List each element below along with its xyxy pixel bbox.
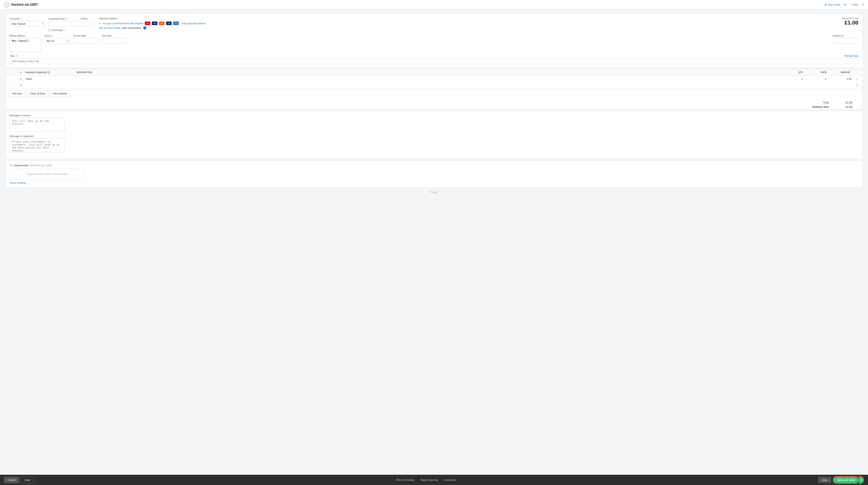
attachments-title: 📎 Attachments Maximum size: 20MB bbox=[10, 164, 858, 167]
rate-cell-1[interactable] bbox=[805, 76, 829, 82]
customer-email-group: Customer email ⓘ Cc/Bcc tapsallmax@gmail… bbox=[48, 17, 92, 32]
add-lines-button[interactable]: Add lines bbox=[9, 91, 25, 96]
drop-zone[interactable]: Drag/Drop files here or click the icon bbox=[10, 168, 85, 180]
make-recurring-button[interactable]: Make recurring bbox=[418, 477, 440, 483]
customise-button[interactable]: Customise bbox=[441, 477, 459, 483]
clear-button[interactable]: Clear bbox=[21, 477, 34, 483]
delete-row-1[interactable]: 🗑 bbox=[852, 76, 862, 82]
rate-input-1[interactable] bbox=[807, 77, 827, 81]
invoice-no-label: Invoice no. bbox=[833, 34, 858, 37]
edit-payment-link[interactable]: Edit payment options bbox=[182, 22, 206, 25]
clear-all-lines-button[interactable]: Clear all lines bbox=[27, 91, 48, 96]
product-cell-1[interactable] bbox=[24, 76, 75, 82]
attachments-section: 📎 Attachments Maximum size: 20MB Drag/Dr… bbox=[5, 161, 863, 188]
show-existing-link[interactable]: Show existing bbox=[10, 181, 26, 184]
terms-select[interactable]: Net 30 Net 15 Net 60 Due on receipt bbox=[44, 38, 70, 44]
customer-email-input[interactable]: tapsallmax@gmail.com bbox=[48, 21, 92, 27]
help-button[interactable]: ? Help bbox=[850, 3, 858, 6]
settings-icon: ⚙ bbox=[844, 3, 846, 6]
invoice-message-textarea[interactable] bbox=[10, 118, 65, 132]
th-drag bbox=[6, 69, 16, 76]
rate-cell-2[interactable] bbox=[805, 82, 829, 88]
description-input-1[interactable] bbox=[77, 77, 779, 81]
top-form-section: Customer ⓘ Max Tapsall ▼ Customer email … bbox=[5, 13, 863, 68]
save-button[interactable]: Save bbox=[818, 477, 831, 483]
invoice-no-input[interactable]: 1007 bbox=[833, 38, 858, 44]
qty-input-1[interactable] bbox=[783, 77, 803, 81]
table-actions: Add lines Clear all lines Add subtotal bbox=[6, 88, 862, 98]
description-cell-2[interactable] bbox=[75, 82, 781, 88]
product-help-icon[interactable]: ⓘ bbox=[48, 71, 50, 74]
tags-help-icon[interactable]: ⓘ bbox=[16, 54, 18, 57]
product-input-1[interactable] bbox=[26, 77, 73, 81]
print-preview-button[interactable]: Print or Preview bbox=[393, 477, 417, 483]
customer-select[interactable]: Max Tapsall bbox=[10, 21, 45, 27]
due-date-input[interactable]: 18/09/2021 bbox=[102, 38, 128, 44]
qty-input-2[interactable] bbox=[783, 83, 803, 87]
email-help-icon[interactable]: ⓘ bbox=[66, 17, 68, 20]
invoice-date-input[interactable]: 19/08/2021 bbox=[73, 38, 99, 44]
amount-cell-2 bbox=[829, 84, 852, 86]
invoice-date-group: Invoice date 19/08/2021 bbox=[73, 34, 99, 44]
delete-row-2[interactable]: 🗑 bbox=[852, 83, 862, 88]
balance-due-section: BALANCE DUE £1.00 bbox=[842, 17, 858, 26]
cancel-button[interactable]: Cancel bbox=[4, 477, 19, 483]
line-items-table: # PRODUCT/SERVICE ⓘ DESCRIPTION QTY RATE… bbox=[5, 69, 863, 109]
product-cell-2[interactable] bbox=[24, 82, 75, 88]
row-number-1: 1 bbox=[16, 76, 24, 82]
invoice-message-label: Message on invoice bbox=[10, 114, 858, 117]
settings-button[interactable]: ⚙ bbox=[844, 3, 846, 6]
description-cell-1[interactable] bbox=[75, 76, 781, 82]
qty-cell-2[interactable] bbox=[781, 82, 805, 88]
total-label: Total bbox=[809, 101, 829, 104]
product-input-2[interactable] bbox=[26, 83, 73, 87]
privacy-text: Privacy bbox=[5, 189, 863, 195]
th-qty: QTY bbox=[781, 69, 805, 76]
terms-help-icon[interactable]: ⓘ bbox=[52, 34, 54, 37]
billing-address-textarea[interactable] bbox=[10, 38, 41, 52]
send-later-help-icon[interactable]: ⓘ bbox=[64, 29, 66, 32]
billing-address-group: Billing address bbox=[10, 34, 41, 52]
terms-select-wrapper[interactable]: Net 30 Net 15 Net 60 Due on receipt ▼ bbox=[44, 38, 70, 44]
qty-cell-1[interactable] bbox=[781, 76, 805, 82]
rate-input-2[interactable] bbox=[807, 83, 827, 87]
description-input-2[interactable] bbox=[77, 83, 779, 87]
tags-section: Tags ⓘ Manage tags bbox=[10, 54, 858, 64]
customer-help-icon[interactable]: ⓘ bbox=[21, 17, 23, 20]
amex-icon: AX bbox=[173, 22, 179, 25]
terms-label: Terms ⓘ bbox=[44, 34, 70, 37]
direct-debit-suffix: with GoCardless bbox=[122, 26, 141, 29]
direct-debit-link[interactable]: Set up Direct Debit bbox=[99, 26, 121, 29]
cc-bcc-link[interactable]: Cc/Bcc bbox=[81, 18, 88, 20]
th-actions bbox=[852, 69, 862, 76]
send-later-row: Send later ⓘ bbox=[48, 29, 92, 32]
save-send-group: Save and send ▾ bbox=[833, 476, 864, 484]
bottom-center-actions: Print or Preview Make recurring Customis… bbox=[393, 477, 459, 483]
save-and-send-button[interactable]: Save and send bbox=[833, 477, 859, 483]
save-send-dropdown-button[interactable]: ▾ bbox=[859, 477, 864, 483]
paypal-row: ✔ Accept Card Payments with PayPal MC VI… bbox=[99, 22, 839, 25]
paypal-icon: PP bbox=[166, 22, 172, 25]
paperclip-icon: 📎 bbox=[10, 164, 13, 167]
th-amount: AMOUNT bbox=[829, 69, 852, 76]
add-subtotal-button[interactable]: Add subtotal bbox=[50, 91, 70, 96]
take-tour-link[interactable]: 🖥 Take a tour bbox=[824, 3, 840, 6]
table-row: ⠿ 1 1.00 🗑 bbox=[6, 76, 862, 82]
invoice-no-group: Invoice no. 1007 bbox=[833, 34, 858, 44]
paypal-link[interactable]: Accept Card Payments with PayPal bbox=[103, 22, 143, 25]
drag-handle-2[interactable]: ⠿ bbox=[6, 83, 16, 88]
gocardless-badge[interactable]: ? bbox=[143, 26, 146, 29]
th-product: PRODUCT/SERVICE ⓘ bbox=[24, 69, 75, 76]
statement-message-textarea[interactable] bbox=[10, 138, 65, 152]
maestro-icon: MA bbox=[159, 22, 164, 25]
send-later-checkbox[interactable] bbox=[48, 29, 51, 31]
close-button[interactable]: ✕ bbox=[862, 3, 864, 6]
due-date-label: Due date bbox=[102, 34, 128, 37]
balance-due-row: Balance due £1.00 bbox=[6, 105, 852, 109]
customer-select-wrapper[interactable]: Max Tapsall ▼ bbox=[10, 21, 45, 27]
drag-handle-1[interactable]: ⠿ bbox=[6, 76, 16, 82]
tags-input[interactable] bbox=[10, 58, 858, 64]
manage-tags-link[interactable]: Manage tags bbox=[845, 55, 858, 57]
table-row: ⠿ 2 🗑 bbox=[6, 82, 862, 88]
payment-options-section: Payment Options ✔ Accept Card Payments w… bbox=[95, 17, 839, 31]
